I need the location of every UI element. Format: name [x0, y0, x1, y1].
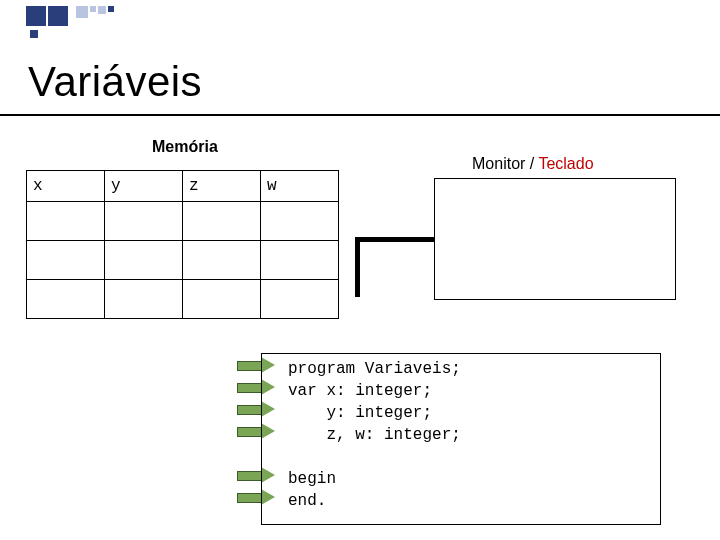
header-decoration	[26, 6, 114, 26]
table-row	[27, 202, 339, 241]
mem-cell-w: w	[261, 171, 339, 202]
connector-horizontal	[355, 237, 435, 242]
teclado-label: Teclado	[538, 155, 593, 172]
deco-square-icon	[26, 6, 46, 26]
code-line: end.	[288, 492, 326, 510]
deco-square-icon	[48, 6, 68, 26]
title-underline	[0, 114, 720, 116]
mem-cell-z: z	[183, 171, 261, 202]
code-line: y: integer;	[288, 404, 432, 422]
connector-vertical	[355, 237, 360, 297]
mem-cell-x: x	[27, 171, 105, 202]
mem-cell-y: y	[105, 171, 183, 202]
deco-square-icon	[108, 6, 114, 12]
code-line: z, w: integer;	[288, 426, 461, 444]
memory-label: Memória	[152, 138, 218, 156]
monitor-label-plain: Monitor /	[472, 155, 538, 172]
code-line: var x: integer;	[288, 382, 432, 400]
table-row	[27, 241, 339, 280]
table-row: x y z w	[27, 171, 339, 202]
deco-square-icon	[76, 6, 88, 18]
code-line: program Variaveis;	[288, 360, 461, 378]
monitor-box	[434, 178, 676, 300]
header-decoration-row2	[30, 30, 38, 38]
monitor-teclado-label: Monitor / Teclado	[472, 155, 594, 173]
deco-square-icon	[90, 6, 96, 12]
memory-table: x y z w	[26, 170, 339, 319]
code-box: program Variaveis; var x: integer; y: in…	[261, 353, 661, 525]
deco-square-icon	[98, 6, 106, 14]
deco-square-icon	[30, 30, 38, 38]
page-title: Variáveis	[28, 58, 202, 106]
table-row	[27, 280, 339, 319]
code-line: begin	[288, 470, 336, 488]
